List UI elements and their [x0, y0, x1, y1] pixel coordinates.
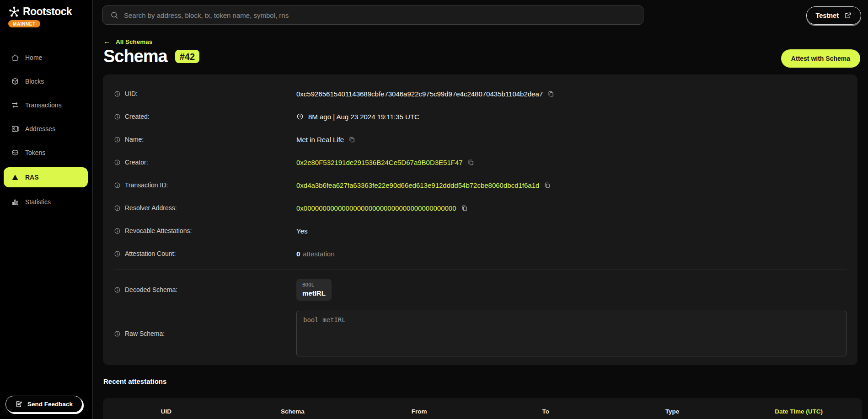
external-link-icon: [844, 12, 852, 19]
info-icon[interactable]: [114, 330, 121, 337]
info-icon[interactable]: [114, 90, 121, 97]
sidebar-item-label: Home: [25, 54, 42, 61]
arrow-left-icon: ←: [103, 38, 111, 45]
sidebar-item-label: Tokens: [25, 149, 45, 156]
attest-with-schema-button[interactable]: Attest with Schema: [781, 49, 860, 68]
copy-icon[interactable]: [467, 159, 474, 166]
raw-schema-textarea[interactable]: bool metIRL: [296, 311, 847, 356]
detail-label: Attestation Count:: [125, 250, 176, 257]
info-icon[interactable]: [114, 113, 121, 120]
column-header-uid[interactable]: UID: [103, 408, 230, 415]
decoded-schema-name: metIRL: [302, 289, 326, 297]
detail-label: Creator:: [125, 159, 148, 166]
detail-row-revocable: Revocable Attestations: Yes: [114, 219, 847, 242]
sidebar-item-blocks[interactable]: Blocks: [0, 72, 92, 90]
detail-row-created: Created: 8M ago | Aug 23 2024 19:11:35 U…: [114, 105, 847, 128]
testnet-label: Testnet: [816, 12, 839, 19]
info-icon[interactable]: [114, 159, 121, 166]
schema-id-badge: #42: [175, 50, 199, 63]
blocks-icon: [11, 77, 19, 85]
transaction-id-link[interactable]: 0xd4a3b6fea627fa63363fe22e90d66ed613e912…: [296, 181, 539, 189]
detail-label: Revocable Attestations:: [125, 227, 192, 234]
logo-block: Rootstock MAINNET: [0, 0, 92, 27]
resolver-address-link[interactable]: 0x00000000000000000000000000000000000000…: [296, 204, 456, 212]
sidebar-item-label: RAS: [25, 174, 39, 181]
detail-label: Name:: [125, 136, 144, 143]
info-icon[interactable]: [114, 205, 121, 212]
decoded-schema-chip: BOOL metIRL: [296, 279, 332, 301]
send-feedback-label: Send Feedback: [27, 401, 73, 408]
sidebar-item-label: Transactions: [25, 101, 62, 109]
column-header-schema[interactable]: Schema: [230, 408, 356, 415]
copy-icon[interactable]: [461, 205, 468, 212]
detail-row-uid: UID: 0xc59265615401143689cbfe73046a922c9…: [114, 82, 847, 105]
sidebar-item-label: Addresses: [25, 125, 55, 133]
send-feedback-button[interactable]: Send Feedback: [5, 396, 82, 413]
network-badge: MAINNET: [8, 20, 40, 27]
detail-row-decoded-schema: Decoded Schema: BOOL metIRL: [114, 273, 847, 307]
transactions-icon: [11, 101, 19, 109]
column-header-type[interactable]: Type: [609, 408, 736, 415]
uid-value: 0xc59265615401143689cbfe73046a922c975c99…: [296, 90, 543, 98]
detail-row-creator: Creator: 0x2e80F532191de291536B24Ce5D67a…: [114, 151, 847, 174]
rootstock-logo-icon: [8, 6, 20, 18]
sidebar-item-addresses[interactable]: Addresses: [0, 120, 92, 138]
detail-label: Transaction ID:: [125, 181, 168, 189]
addresses-icon: [11, 125, 19, 133]
detail-row-name: Name: Met in Real Life: [114, 128, 847, 151]
created-value: 8M ago | Aug 23 2024 19:11:35 UTC: [308, 113, 419, 121]
page-title: Schema: [103, 47, 167, 66]
back-link-label: All Schemas: [116, 38, 152, 45]
tokens-icon: [11, 149, 19, 157]
decoded-schema-type: BOOL: [302, 282, 326, 288]
detail-label: Raw Schema:: [125, 330, 165, 337]
sidebar-item-ras[interactable]: RAS: [4, 167, 88, 187]
copy-icon[interactable]: [547, 90, 554, 97]
detail-label: Resolver Address:: [125, 204, 177, 212]
ras-icon: [11, 173, 19, 181]
sidebar-item-home[interactable]: Home: [0, 48, 92, 67]
divider: [114, 270, 847, 270]
testnet-button[interactable]: Testnet: [806, 6, 862, 25]
rootstock-logo[interactable]: Rootstock: [8, 5, 85, 18]
info-icon[interactable]: [114, 182, 121, 189]
sidebar-item-transactions[interactable]: Transactions: [0, 96, 92, 114]
memo-icon: [15, 400, 23, 408]
info-icon[interactable]: [114, 228, 121, 234]
info-icon[interactable]: [114, 250, 121, 257]
detail-label: Created:: [125, 113, 150, 120]
schema-details-panel: UID: 0xc59265615401143689cbfe73046a922c9…: [103, 74, 857, 365]
back-link-all-schemas[interactable]: ← All Schemas: [103, 38, 152, 45]
name-value: Met in Real Life: [296, 136, 344, 143]
column-header-from[interactable]: From: [356, 408, 482, 415]
detail-row-transaction-id: Transaction ID: 0xd4a3b6fea627fa63363fe2…: [114, 174, 847, 196]
detail-label: UID:: [125, 90, 138, 97]
sidebar: Rootstock MAINNET Home Blocks Transactio…: [0, 0, 93, 419]
attestation-count-value: 0: [296, 250, 300, 258]
search-bar: [102, 5, 643, 25]
detail-label: Decoded Schema:: [125, 286, 177, 293]
info-icon[interactable]: [114, 136, 121, 143]
detail-row-resolver-address: Resolver Address: 0x00000000000000000000…: [114, 196, 847, 219]
search-icon: [110, 11, 118, 19]
sidebar-item-label: Blocks: [25, 78, 44, 85]
sidebar-item-statistics[interactable]: Statistics: [0, 193, 92, 211]
column-header-to[interactable]: To: [482, 408, 609, 415]
main-content: Testnet ← All Schemas Schema #42 Attest …: [93, 0, 868, 419]
home-icon: [11, 53, 19, 62]
detail-row-raw-schema: Raw Schema: bool metIRL: [114, 307, 847, 361]
copy-icon[interactable]: [348, 136, 355, 143]
recent-attestations-heading: Recent attestations: [103, 377, 166, 385]
statistics-icon: [11, 198, 19, 206]
attestation-count-suffix: attestation: [303, 250, 334, 258]
attestations-table-header: UID Schema From To Type Date Time (UTC): [103, 398, 862, 415]
sidebar-item-tokens[interactable]: Tokens: [0, 143, 92, 162]
column-header-datetime[interactable]: Date Time (UTC): [735, 408, 862, 415]
copy-icon[interactable]: [544, 182, 551, 189]
info-icon[interactable]: [114, 286, 121, 293]
detail-row-attestation-count: Attestation Count: 0 attestation: [114, 242, 847, 265]
search-input[interactable]: [124, 11, 636, 19]
creator-address-link[interactable]: 0x2e80F532191de291536B24Ce5D67a9B0D3E51F…: [296, 159, 463, 166]
title-row: Schema #42: [103, 47, 199, 66]
sidebar-nav: Home Blocks Transactions Addresses Token…: [0, 48, 92, 217]
